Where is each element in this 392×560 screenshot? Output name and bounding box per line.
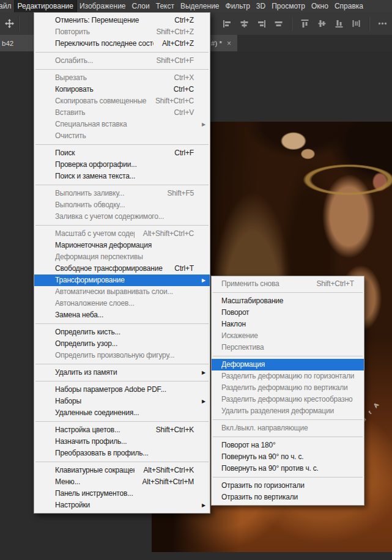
transform-submenu-item[interactable]: Разделить деформацию крестообразно xyxy=(212,394,364,405)
edit-menu-item[interactable]: Скопировать совмещенные данныеShift+Ctrl… xyxy=(34,95,210,107)
transform-submenu-item[interactable]: Поворот xyxy=(212,307,364,319)
transform-submenu-item[interactable]: Искажение xyxy=(212,330,364,342)
edit-menu-item[interactable]: Автоналожение слоев... xyxy=(34,298,210,309)
align-top-icon[interactable] xyxy=(300,19,309,28)
align-horizontal-center-icon[interactable] xyxy=(240,19,249,28)
menu-item-label: Заливка с учетом содержимого... xyxy=(55,211,194,223)
menu-item-label: Выполнить заливку... xyxy=(55,188,159,199)
menubar-item[interactable]: Справка xyxy=(331,0,366,12)
edit-menu-item[interactable]: ВставитьCtrl+V xyxy=(34,107,210,119)
transform-submenu-item[interactable]: Поворот на 180° xyxy=(212,440,364,451)
edit-menu-item[interactable]: Замена неба... xyxy=(34,309,210,321)
edit-menu-item[interactable]: Свободное трансформированиеCtrl+T xyxy=(34,263,210,274)
edit-menu-item[interactable]: ВырезатьCtrl+X xyxy=(34,72,210,84)
menubar-item[interactable]: Изображение xyxy=(76,0,129,12)
edit-menu-item[interactable]: КопироватьCtrl+C xyxy=(34,84,210,95)
edit-menu-item[interactable]: Определить произвольную фигуру... xyxy=(34,350,210,361)
transform-submenu-item[interactable]: Применить сноваShift+Ctrl+T xyxy=(212,278,364,290)
edit-menu-item[interactable]: Выполнить обводку... xyxy=(34,199,210,211)
menu-separator xyxy=(35,323,209,324)
edit-menu-item[interactable]: Меню...Alt+Shift+Ctrl+M xyxy=(34,476,210,488)
close-tab-icon[interactable]: × xyxy=(227,40,231,47)
menu-item-label: Назначить профиль... xyxy=(55,436,194,448)
edit-menu-item[interactable]: Специальная вставка▶ xyxy=(34,119,210,130)
edit-menu-item[interactable]: Переключить последнее состояниеAlt+Ctrl+… xyxy=(34,38,210,50)
menu-item-label: Меню... xyxy=(55,476,134,488)
transform-submenu-item[interactable]: Наклон xyxy=(212,319,364,330)
edit-menu-item[interactable]: Марионеточная деформация xyxy=(34,240,210,251)
edit-menu-item[interactable]: ПовторитьShift+Ctrl+Z xyxy=(34,26,210,38)
menu-item-label: Определить кисть... xyxy=(55,326,194,338)
menubar-item[interactable]: Слои xyxy=(129,0,153,12)
align-vertical-center-icon[interactable] xyxy=(317,19,327,28)
edit-menu-item[interactable]: Наборы▶ xyxy=(34,396,210,407)
menubar-item[interactable]: Фильтр xyxy=(223,0,253,12)
edit-menu-item[interactable]: Назначить профиль... xyxy=(34,436,210,448)
edit-menu-item[interactable]: Очистить xyxy=(34,130,210,142)
options-bar-divider xyxy=(369,17,370,31)
transform-submenu-item[interactable]: Масштабирование xyxy=(212,295,364,307)
submenu-arrow-icon: ▶ xyxy=(202,119,205,130)
edit-menu-item[interactable]: Настройки▶ xyxy=(34,499,210,511)
menu-item-label: Повернуть на 90° против ч. с. xyxy=(221,463,354,474)
edit-menu-item[interactable]: Преобразовать в профиль... xyxy=(34,448,210,459)
edit-menu-item[interactable]: Поиск и замена текста... xyxy=(34,171,210,182)
transform-submenu-item[interactable]: Разделить деформацию по вертикали xyxy=(212,382,364,394)
edit-menu-item[interactable]: Настройка цветов...Shift+Ctrl+K xyxy=(34,424,210,436)
menu-item-label: Поворот на 180° xyxy=(221,440,354,451)
move-tool-icon[interactable] xyxy=(5,19,14,28)
edit-menu-item[interactable]: Масштаб с учетом содержимогоAlt+Shift+Ct… xyxy=(34,228,210,240)
transform-submenu-item[interactable]: Отразить по горизонтали xyxy=(212,480,364,492)
menu-item-shortcut: Ctrl+C xyxy=(174,84,194,95)
edit-menu-item[interactable]: Панель инструментов... xyxy=(34,488,210,499)
menu-item-label: Марионеточная деформация xyxy=(55,240,194,251)
transform-submenu-item[interactable]: Повернуть на 90° по ч. с. xyxy=(212,451,364,463)
transform-submenu-item[interactable]: Деформация xyxy=(212,359,364,370)
distribute-horizontal-center-icon[interactable] xyxy=(274,19,283,28)
edit-menu-item[interactable]: Трансформирование▶ xyxy=(34,274,210,286)
edit-menu-item[interactable]: Определить кисть... xyxy=(34,326,210,338)
more-options-icon[interactable] xyxy=(378,19,387,28)
align-left-icon[interactable] xyxy=(223,19,232,28)
edit-menu-item[interactable]: Автоматически выравнивать слои... xyxy=(34,286,210,298)
transform-submenu-item[interactable]: Повернуть на 90° против ч. с. xyxy=(212,463,364,474)
edit-menu-item[interactable]: Наборы параметров Adobe PDF... xyxy=(34,384,210,396)
transform-submenu-item[interactable]: Перспектива xyxy=(212,342,364,353)
menubar-item[interactable]: Текст xyxy=(153,0,177,12)
edit-menu-item[interactable]: Выполнить заливку...Shift+F5 xyxy=(34,188,210,199)
edit-menu-item[interactable]: Заливка с учетом содержимого... xyxy=(34,211,210,223)
alignment-icons-group xyxy=(223,12,387,35)
transform-submenu-item[interactable]: Отразить по вертикали xyxy=(212,492,364,503)
edit-menu-item[interactable]: Деформация перспективы xyxy=(34,251,210,263)
edit-menu-item[interactable]: Удаленные соединения... xyxy=(34,407,210,419)
submenu-arrow-icon: ▶ xyxy=(202,367,205,378)
edit-menu-item[interactable]: Ослабить...Shift+Ctrl+F xyxy=(34,55,210,67)
menu-item-shortcut: Ctrl+T xyxy=(174,263,194,274)
menu-item-shortcut: Shift+Ctrl+F xyxy=(156,55,194,67)
menubar-item[interactable]: 3D xyxy=(253,0,268,12)
edit-menu-item[interactable]: Определить узор... xyxy=(34,338,210,350)
edit-menu-item[interactable]: ПоискCtrl+F xyxy=(34,147,210,159)
distribute-vertical-center-icon[interactable] xyxy=(352,19,361,28)
align-right-icon[interactable] xyxy=(257,19,266,28)
menubar-item[interactable]: Окно xyxy=(308,0,331,12)
menubar-item[interactable]: Выделение xyxy=(177,0,223,12)
transform-submenu-item[interactable]: Вкл./выкл. направляющие xyxy=(212,422,364,434)
edit-menu-item[interactable]: Удалить из памяти▶ xyxy=(34,367,210,378)
menu-item-label: Специальная вставка xyxy=(55,119,194,130)
menubar-item[interactable]: Просмотр xyxy=(268,0,308,12)
menu-item-shortcut: Ctrl+V xyxy=(174,107,194,119)
menubar-item[interactable]: Редактирование xyxy=(15,0,76,12)
menu-separator xyxy=(35,421,209,422)
transform-submenu-item[interactable]: Удалить разделения деформации xyxy=(212,405,364,417)
align-bottom-icon[interactable] xyxy=(335,19,344,28)
edit-menu-item[interactable]: Проверка орфографии... xyxy=(34,159,210,171)
menu-separator xyxy=(213,292,363,293)
edit-menu-item[interactable]: Клавиатурные сокращения...Alt+Shift+Ctrl… xyxy=(34,465,210,476)
edit-menu-item[interactable]: Отменить: ПеремещениеCtrl+Z xyxy=(34,15,210,26)
menu-item-label: Проверка орфографии... xyxy=(55,159,194,171)
menubar-item[interactable]: Файл xyxy=(0,0,15,12)
menu-item-label: Очистить xyxy=(55,130,194,142)
transform-submenu-item[interactable]: Разделить деформацию по горизонтали xyxy=(212,370,364,382)
menu-separator xyxy=(35,225,209,226)
